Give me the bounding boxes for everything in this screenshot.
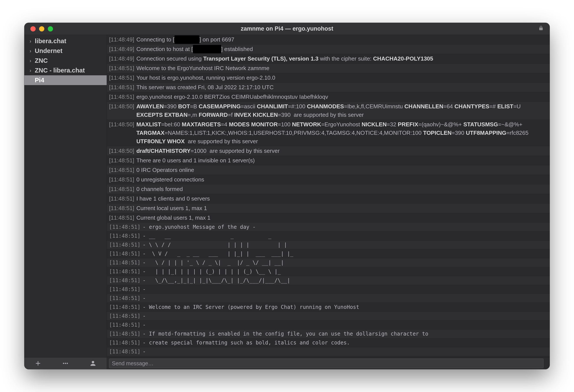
log-message: -: [143, 294, 547, 302]
timestamp: [11:48:49]: [109, 55, 136, 63]
log-line: [11:48:51]Current global users 1, max 1: [107, 213, 550, 223]
log-message: 0 unregistered connections: [136, 175, 547, 184]
log-message: -: [143, 285, 547, 293]
timestamp: [11:48:51]: [109, 185, 136, 193]
log-message: - __ __ _ _: [143, 232, 547, 240]
timestamp: [11:48:51]: [109, 348, 143, 355]
lock-icon: [538, 25, 544, 32]
timestamp: [11:48:51]: [109, 268, 143, 276]
log-message: Connection secured using Transport Layer…: [136, 55, 547, 63]
timestamp: [11:48:50]: [109, 120, 136, 146]
add-button[interactable]: [33, 359, 43, 368]
sidebar-item[interactable]: ›ZNC - libera.chat: [24, 66, 107, 75]
sidebar-item[interactable]: ›ZNC: [24, 56, 107, 66]
log-line: [11:48:51]0 unregistered connections: [107, 175, 550, 185]
toolbar: [24, 357, 107, 369]
log-line: [11:48:50]MAXLIST=beI:60 MAXTARGETS=4 MO…: [107, 120, 550, 146]
log-message: - \ V / _ _ __ ___ | |_| | ___ ___| |_: [143, 250, 547, 258]
timestamp: [11:48:51]: [109, 223, 143, 231]
timestamp: [11:48:50]: [109, 102, 136, 119]
log-message: MAXLIST=beI:60 MAXTARGETS=4 MODES MONITO…: [136, 120, 547, 146]
log-line: [11:48:51]-: [107, 347, 550, 356]
log-line: [11:48:51]- If motd-formatting is enable…: [107, 330, 550, 338]
log-message: Connection to host at [ ] established: [136, 45, 547, 53]
log-line: [11:48:51]- __ __ _ _: [107, 232, 550, 241]
log-message: draft/CHATHISTORY=1000 are supported by …: [136, 147, 547, 155]
log-line: [11:48:51]- Welcome to an IRC Server (po…: [107, 303, 550, 312]
log-line: [11:48:51]- \ V / _ _ __ ___ | |_| | ___…: [107, 249, 550, 258]
log-line: [11:48:51]Welcome to the ErgoYunohost IR…: [107, 64, 550, 73]
chevron-right-icon: ›: [28, 68, 33, 74]
log-message: - \_/\__,_|_|_| |_|\___/\_| |_/\___/|___…: [143, 277, 547, 284]
sidebar-item[interactable]: ›Undernet: [24, 46, 107, 56]
log-line: [11:48:51]- \ / | | | '_ \ / _ \| _ |/ _…: [107, 258, 550, 267]
timestamp: [11:48:51]: [109, 74, 136, 82]
log-message: - \ \ / / | | | | | |: [143, 241, 547, 249]
minimize-window-button[interactable]: [39, 26, 44, 32]
log-message: - create special formatting such as bold…: [143, 339, 547, 347]
timestamp: [11:48:49]: [109, 35, 136, 44]
log-message: -: [143, 312, 547, 320]
titlebar[interactable]: zamnme on Pi4 — ergo.yunohost: [24, 23, 550, 35]
timestamp: [11:48:51]: [109, 166, 136, 174]
log-line: [11:48:51]Your host is ergo.yunohost, ru…: [107, 73, 550, 83]
zoom-window-button[interactable]: [48, 26, 53, 32]
sidebar[interactable]: ›libera.chat›Undernet›ZNC›ZNC - libera.c…: [24, 35, 107, 357]
log-line: [11:48:51]Current local users 1, max 1: [107, 204, 550, 213]
sidebar-item-label: Undernet: [35, 47, 62, 55]
timestamp: [11:48:49]: [109, 45, 136, 53]
timestamp: [11:48:51]: [109, 204, 136, 212]
timestamp: [11:48:51]: [109, 93, 136, 101]
sidebar-item[interactable]: ›libera.chat: [24, 36, 107, 46]
timestamp: [11:48:51]: [109, 214, 136, 222]
chevron-right-icon: ›: [28, 58, 33, 64]
log-line: [11:48:51]- | | |_| | | | | (_) | | | | …: [107, 267, 550, 276]
log-message: This server was created Fri, 08 Jul 2022…: [136, 83, 547, 92]
log-message: -: [143, 348, 547, 355]
log-message: Connecting to [ ] on port 6697: [136, 35, 547, 44]
log-line: [11:48:51]- \_/\__,_|_|_| |_|\___/\_| |_…: [107, 276, 550, 285]
log-line: [11:48:49]Connection secured using Trans…: [107, 54, 550, 64]
users-button[interactable]: [88, 359, 98, 368]
traffic-lights: [30, 26, 53, 32]
sidebar-item-label: Pi4: [35, 77, 44, 84]
timestamp: [11:48:51]: [109, 277, 143, 284]
log-message: 0 channels formed: [136, 185, 547, 193]
log-line: [11:48:51]ergo.yunohost ergo-2.10.0 BERT…: [107, 92, 550, 102]
body: ›libera.chat›Undernet›ZNC›ZNC - libera.c…: [24, 35, 550, 357]
sidebar-item-label: libera.chat: [35, 37, 66, 45]
log-message: - | | |_| | | | | (_) | | | | (_) \__ \ …: [143, 268, 547, 276]
log-message: Your host is ergo.yunohost, running vers…: [136, 74, 547, 82]
log-line: [11:48:51]- ergo.yunohost Message of the…: [107, 223, 550, 232]
timestamp: [11:48:51]: [109, 64, 136, 73]
log-line: [11:48:51]- create special formatting su…: [107, 338, 550, 347]
timestamp: [11:48:51]: [109, 232, 143, 240]
input-area: [107, 357, 550, 369]
timestamp: [11:48:51]: [109, 194, 136, 203]
log-line: [11:48:50]AWAYLEN=390 BOT=B CASEMAPPING=…: [107, 102, 550, 120]
sidebar-item-label: ZNC - libera.chat: [35, 67, 85, 74]
timestamp: [11:48:51]: [109, 321, 143, 329]
close-window-button[interactable]: [30, 26, 36, 32]
timestamp: [11:48:51]: [109, 156, 136, 165]
log-message: Current global users 1, max 1: [136, 214, 547, 222]
timestamp: [11:48:51]: [109, 250, 143, 258]
chat-log[interactable]: [11:48:49]Connecting to [ ] on port 6697…: [107, 35, 550, 357]
timestamp: [11:48:51]: [109, 339, 143, 347]
log-line: [11:48:51]- \ \ / / | | | | | |: [107, 241, 550, 249]
log-line: [11:48:51]This server was created Fri, 0…: [107, 83, 550, 92]
sidebar-item-selected[interactable]: Pi4: [24, 75, 107, 85]
more-button[interactable]: [61, 359, 70, 368]
log-message: - Welcome to an IRC Server (powered by E…: [143, 303, 547, 311]
window-title: zamnme on Pi4 — ergo.yunohost: [24, 25, 550, 32]
log-line: [11:48:51]-: [107, 312, 550, 321]
timestamp: [11:48:51]: [109, 330, 143, 338]
log-line: [11:48:51]0 IRC Operators online: [107, 165, 550, 175]
chevron-right-icon: ›: [28, 38, 33, 44]
log-message: AWAYLEN=390 BOT=B CASEMAPPING=ascii CHAN…: [136, 102, 547, 119]
log-line: [11:48:51]-: [107, 285, 550, 294]
log-message: 0 IRC Operators online: [136, 166, 547, 174]
log-line: [11:48:51]I have 1 clients and 0 servers: [107, 194, 550, 204]
log-line: [11:48:49]Connection to host at [ ] esta…: [107, 44, 550, 54]
message-input[interactable]: [109, 359, 544, 368]
